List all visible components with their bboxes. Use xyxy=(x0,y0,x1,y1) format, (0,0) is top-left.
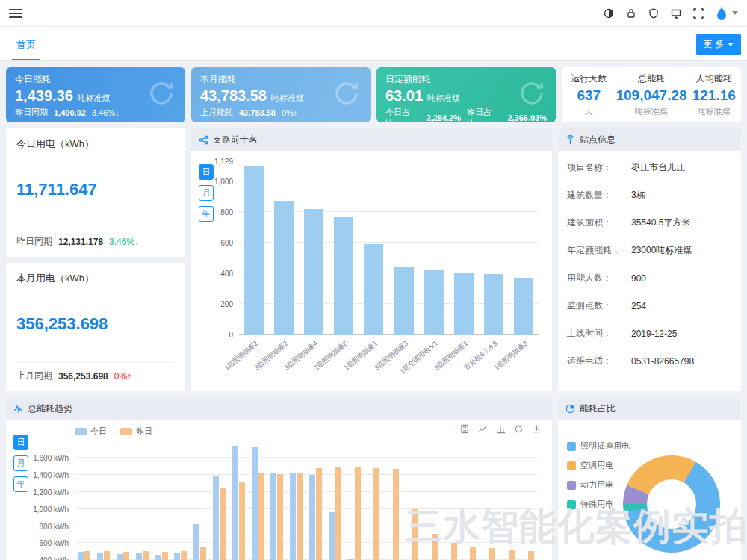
bar-昨日-14:00[interactable] xyxy=(355,467,361,560)
fullscreen-icon[interactable] xyxy=(692,7,704,19)
card-foot-delta: 0%↑ xyxy=(282,108,297,117)
data-view-icon[interactable] xyxy=(460,424,470,434)
bar-group-11:00 xyxy=(287,445,306,560)
bar-昨日-12:00[interactable] xyxy=(316,468,322,560)
monitor-icon[interactable] xyxy=(670,7,682,19)
donut-hole xyxy=(647,479,696,529)
bar-昨日-15:00[interactable] xyxy=(374,468,379,560)
bar-1层照明插座2[interactable] xyxy=(244,166,264,335)
bar-今日-09:00[interactable] xyxy=(252,447,258,560)
download-icon[interactable] xyxy=(532,424,542,434)
stat-unit: 吨标准煤 xyxy=(687,106,741,117)
bar-group-10:00 xyxy=(267,445,287,560)
bar-今日-05:00[interactable] xyxy=(174,553,180,560)
bar-昨日-18:00[interactable] xyxy=(432,534,438,560)
card-foot-label: 上月能耗 xyxy=(200,107,233,118)
bar-今日-11:00[interactable] xyxy=(290,473,296,560)
bar-group-01:00 xyxy=(94,445,114,560)
more-button[interactable]: 更 多 xyxy=(696,34,741,55)
bar-昨日-22:00[interactable] xyxy=(509,550,515,560)
legend-label: 今日 xyxy=(90,426,107,437)
panel-title: 站点信息 xyxy=(580,134,616,146)
shield-icon[interactable] xyxy=(648,7,660,19)
bar-昨日-00:00[interactable] xyxy=(84,551,90,560)
legend-item-special[interactable]: 特殊用电 xyxy=(567,499,630,510)
branch-period-day-button[interactable]: 日 xyxy=(199,164,214,180)
bar-今日-07:00[interactable] xyxy=(213,476,219,560)
legend-item-lighting[interactable]: 照明插座用电 xyxy=(567,441,630,452)
bar-昨日-08:00[interactable] xyxy=(239,482,245,560)
trend-period-day-button[interactable]: 日 xyxy=(13,435,28,450)
bar-今日-02:00[interactable] xyxy=(117,554,123,560)
bar-昨日-13:00[interactable] xyxy=(335,467,341,560)
bar-今日-06:00[interactable] xyxy=(193,524,199,560)
card-daily-quota-energy[interactable]: 日定额能耗 63.01吨标准煤 今日占比:2,284.2% 昨日占比:2,366… xyxy=(376,67,556,122)
lock-icon[interactable] xyxy=(625,7,637,19)
bar-昨日-06:00[interactable] xyxy=(200,547,206,560)
bar-3层照明插座1[interactable] xyxy=(454,273,474,335)
bar-chart-icon[interactable] xyxy=(496,424,506,434)
bar-group-07:00 xyxy=(210,445,229,560)
card-today-energy[interactable]: 今日能耗 1,439.36吨标准煤 昨日同期1,490.923.46%↓ xyxy=(6,67,185,122)
bar-昨日-23:00[interactable] xyxy=(528,551,534,560)
bar-今日-01:00[interactable] xyxy=(97,553,103,560)
bar-昨日-01:00[interactable] xyxy=(104,551,110,560)
menu-icon[interactable] xyxy=(9,7,22,20)
bar-昨日-11:00[interactable] xyxy=(297,473,303,560)
bar-昨日-07:00[interactable] xyxy=(220,488,226,560)
legend-item-power[interactable]: 动力用电 xyxy=(567,479,630,491)
y-tick-label: 200 xyxy=(220,299,233,308)
bar-昨日-17:00[interactable] xyxy=(412,509,418,560)
bar-1层照明插座3[interactable] xyxy=(514,278,533,335)
line-chart-icon[interactable] xyxy=(478,424,488,434)
trend-period-year-button[interactable]: 年 xyxy=(13,476,28,492)
card-unit: 吨标准煤 xyxy=(427,93,460,104)
panel-header: 站点信息 xyxy=(558,128,741,151)
bar-今日-13:00[interactable] xyxy=(329,512,335,560)
bar-3层照明插座3[interactable] xyxy=(394,267,414,335)
bar-昨日-09:00[interactable] xyxy=(258,473,264,560)
card-foot-value: 2,284.2% xyxy=(426,113,460,122)
app-logo-icon[interactable] xyxy=(715,7,738,20)
branch-period-year-button[interactable]: 年 xyxy=(199,206,214,222)
bar-今日-10:00[interactable] xyxy=(270,473,276,560)
bar-今日-04:00[interactable] xyxy=(155,555,161,560)
legend-item-today[interactable]: 今日 xyxy=(75,426,107,437)
bar-昨日-04:00[interactable] xyxy=(162,552,168,560)
bar-group-09:00 xyxy=(248,445,267,560)
tab-home[interactable]: 首页 xyxy=(12,38,40,60)
bar-昨日-05:00[interactable] xyxy=(181,551,187,560)
energy-share-donut-chart[interactable] xyxy=(623,455,720,553)
bar-今日-08:00[interactable] xyxy=(232,446,238,560)
bar-3层照明插座4[interactable] xyxy=(304,209,323,335)
legend-item-hvac[interactable]: 空调用电 xyxy=(567,460,630,471)
contrast-icon[interactable] xyxy=(603,7,615,19)
bar-室外机6.7.8.9[interactable] xyxy=(484,274,503,335)
bar-3层照明插座2[interactable] xyxy=(274,201,294,335)
y-tick-label: 400 kWh xyxy=(40,556,69,560)
legend-item-yesterday[interactable]: 昨日 xyxy=(120,426,152,437)
bar-昨日-19:00[interactable] xyxy=(451,543,457,560)
trend-period-month-button[interactable]: 月 xyxy=(13,455,28,471)
kpi-cards-row: 今日能耗 1,439.36吨标准煤 昨日同期1,490.923.46%↓ 本月能… xyxy=(6,67,741,122)
refresh-icon xyxy=(332,78,362,111)
bar-昨日-20:00[interactable] xyxy=(470,547,476,560)
bar-昨日-03:00[interactable] xyxy=(143,551,149,560)
bar-昨日-16:00[interactable] xyxy=(393,469,399,560)
bar-昨日-10:00[interactable] xyxy=(277,474,283,560)
bar-2层照明插座6[interactable] xyxy=(334,217,353,335)
chevron-down-icon xyxy=(732,11,738,15)
chevron-down-icon xyxy=(728,43,734,46)
bar-今日-03:00[interactable] xyxy=(136,553,142,560)
bar-1层空调用电5/1[interactable] xyxy=(424,270,444,335)
bar-1层照明插座1[interactable] xyxy=(364,244,383,335)
bar-今日-12:00[interactable] xyxy=(309,475,315,560)
card-month-energy[interactable]: 本月能耗 43,783.58吨标准煤 上月能耗43,783.580%↑ xyxy=(191,67,371,122)
refresh-icon[interactable] xyxy=(514,424,524,434)
bar-今日-00:00[interactable] xyxy=(78,552,84,560)
bar-昨日-02:00[interactable] xyxy=(123,552,129,560)
branch-period-month-button[interactable]: 月 xyxy=(199,185,214,201)
bar-昨日-21:00[interactable] xyxy=(489,548,495,560)
month-power-value: 356,253.698 xyxy=(16,314,175,334)
y-tick-label: 600 xyxy=(220,238,233,246)
